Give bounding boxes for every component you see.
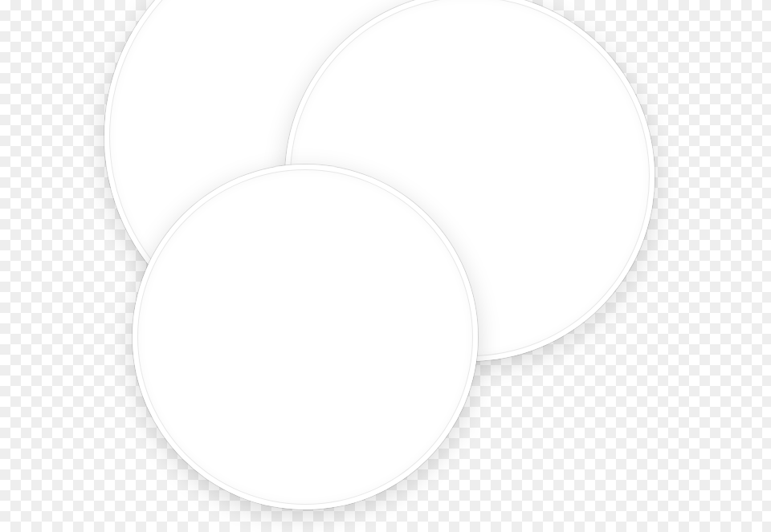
- lens-frame: [133, 164, 478, 510]
- button-fragment[interactable]: es: [137, 451, 161, 473]
